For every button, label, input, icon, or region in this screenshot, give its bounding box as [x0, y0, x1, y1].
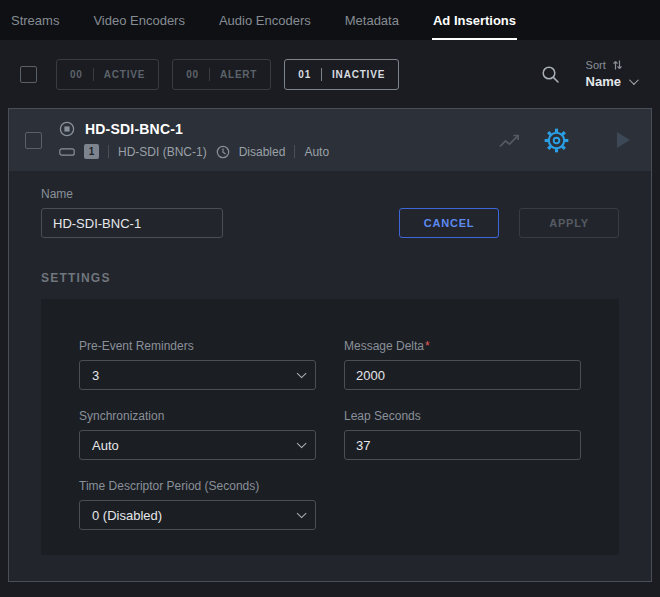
- leap-seconds-label: Leap Seconds: [344, 409, 581, 423]
- input-type: HD-SDI (BNC-1): [118, 145, 207, 159]
- select-all-checkbox[interactable]: [20, 66, 37, 83]
- name-label: Name: [41, 187, 223, 201]
- synchronization-value: Auto: [92, 438, 119, 453]
- message-delta-label-text: Message Delta: [344, 339, 424, 353]
- name-row: Name CANCEL APPLY: [41, 187, 619, 238]
- encoder-card-header: HD-SDI-BNC-1 1 HD-SDI (BNC-1) Disabled: [9, 109, 651, 171]
- settings-form: Pre-Event Reminders 3 Message Delta* Syn…: [79, 339, 581, 530]
- chevron-down-icon: [629, 75, 639, 85]
- leap-seconds-field: Leap Seconds: [344, 409, 581, 460]
- message-delta-field: Message Delta*: [344, 339, 581, 390]
- sort-value: Name: [586, 74, 621, 89]
- top-nav: Streams Video Encoders Audio Encoders Me…: [0, 0, 660, 40]
- encoder-meta-row: 1 HD-SDI (BNC-1) Disabled Auto: [59, 144, 329, 159]
- start-button[interactable]: [616, 131, 631, 149]
- stats-button[interactable]: [498, 131, 521, 150]
- play-icon: [616, 131, 631, 149]
- badge-divider: [93, 68, 94, 81]
- tab-ad-insertions[interactable]: Ad Insertions: [432, 0, 517, 40]
- settings-button[interactable]: [543, 127, 570, 154]
- stopped-status-icon: [59, 121, 75, 137]
- tab-video-encoders[interactable]: Video Encoders: [92, 0, 186, 40]
- message-delta-label: Message Delta*: [344, 339, 581, 353]
- time-descriptor-period-label: Time Descriptor Period (Seconds): [79, 479, 316, 493]
- badge-divider: [209, 68, 210, 81]
- chevron-down-icon: [297, 508, 307, 518]
- input-connector-icon: [59, 147, 75, 157]
- sort-header: Sort: [586, 59, 636, 71]
- search-button[interactable]: [541, 65, 560, 84]
- clock-icon: [216, 145, 230, 159]
- encoder-mode: Auto: [304, 145, 329, 159]
- filter-active-badge[interactable]: 00 ACTIVE: [56, 59, 159, 90]
- tab-streams[interactable]: Streams: [10, 0, 60, 40]
- status-filter-group: 00 ACTIVE 00 ALERT 01 INACTIVE: [56, 59, 399, 90]
- cancel-button[interactable]: CANCEL: [399, 208, 499, 238]
- meta-divider: [294, 145, 295, 158]
- settings-heading: SETTINGS: [41, 271, 619, 285]
- synchronization-label: Synchronization: [79, 409, 316, 423]
- synchronization-field: Synchronization Auto: [79, 409, 316, 460]
- sort-control[interactable]: Sort Name: [586, 59, 640, 89]
- sort-arrows-icon: [612, 59, 623, 71]
- encoder-title: HD-SDI-BNC-1: [85, 121, 183, 137]
- alert-count: 00: [186, 69, 199, 80]
- encoder-actions: [498, 127, 631, 154]
- encoder-head-text: HD-SDI-BNC-1 1 HD-SDI (BNC-1) Disabled: [59, 121, 329, 159]
- encoder-card-body: Name CANCEL APPLY SETTINGS Pre-Event Rem…: [9, 171, 651, 581]
- encoder-checkbox[interactable]: [25, 132, 42, 149]
- pre-event-reminders-value: 3: [92, 368, 99, 383]
- chevron-down-icon: [297, 368, 307, 378]
- meta-divider: [108, 145, 109, 158]
- filter-alert-badge[interactable]: 00 ALERT: [172, 59, 271, 90]
- synchronization-select[interactable]: Auto: [79, 430, 316, 460]
- encoder-card: HD-SDI-BNC-1 1 HD-SDI (BNC-1) Disabled: [8, 108, 652, 582]
- badge-divider: [321, 68, 322, 81]
- filter-inactive-badge[interactable]: 01 INACTIVE: [284, 59, 399, 90]
- encoder-status: Disabled: [239, 145, 286, 159]
- gear-icon: [543, 127, 570, 154]
- sort-label: Sort: [586, 59, 606, 71]
- active-label: ACTIVE: [104, 69, 145, 80]
- sort-value-row: Name: [586, 74, 636, 89]
- pre-event-reminders-field: Pre-Event Reminders 3: [79, 339, 316, 390]
- time-descriptor-period-field: Time Descriptor Period (Seconds) 0 (Disa…: [79, 479, 316, 530]
- tab-metadata[interactable]: Metadata: [344, 0, 400, 40]
- encoder-title-row: HD-SDI-BNC-1: [59, 121, 329, 137]
- name-input[interactable]: [41, 208, 223, 238]
- alert-label: ALERT: [220, 69, 257, 80]
- name-field: Name: [41, 187, 223, 238]
- time-descriptor-period-select[interactable]: 0 (Disabled): [79, 500, 316, 530]
- leap-seconds-input[interactable]: [344, 430, 581, 460]
- form-buttons: CANCEL APPLY: [399, 208, 619, 238]
- active-count: 00: [70, 69, 83, 80]
- input-number-badge: 1: [84, 144, 99, 159]
- tab-audio-encoders[interactable]: Audio Encoders: [218, 0, 312, 40]
- required-marker: *: [425, 339, 430, 353]
- search-icon: [541, 65, 560, 84]
- settings-panel: Pre-Event Reminders 3 Message Delta* Syn…: [41, 299, 619, 555]
- time-descriptor-period-value: 0 (Disabled): [92, 508, 162, 523]
- filter-bar: 00 ACTIVE 00 ALERT 01 INACTIVE: [0, 40, 660, 108]
- empty-grid-cell: [344, 479, 581, 530]
- inactive-count: 01: [298, 69, 311, 80]
- chevron-down-icon: [297, 438, 307, 448]
- pre-event-reminders-label: Pre-Event Reminders: [79, 339, 316, 353]
- inactive-label: INACTIVE: [332, 69, 385, 80]
- pre-event-reminders-select[interactable]: 3: [79, 360, 316, 390]
- message-delta-input[interactable]: [344, 360, 581, 390]
- app-window: Streams Video Encoders Audio Encoders Me…: [0, 0, 660, 582]
- chart-icon: [498, 131, 521, 150]
- apply-button[interactable]: APPLY: [519, 208, 619, 238]
